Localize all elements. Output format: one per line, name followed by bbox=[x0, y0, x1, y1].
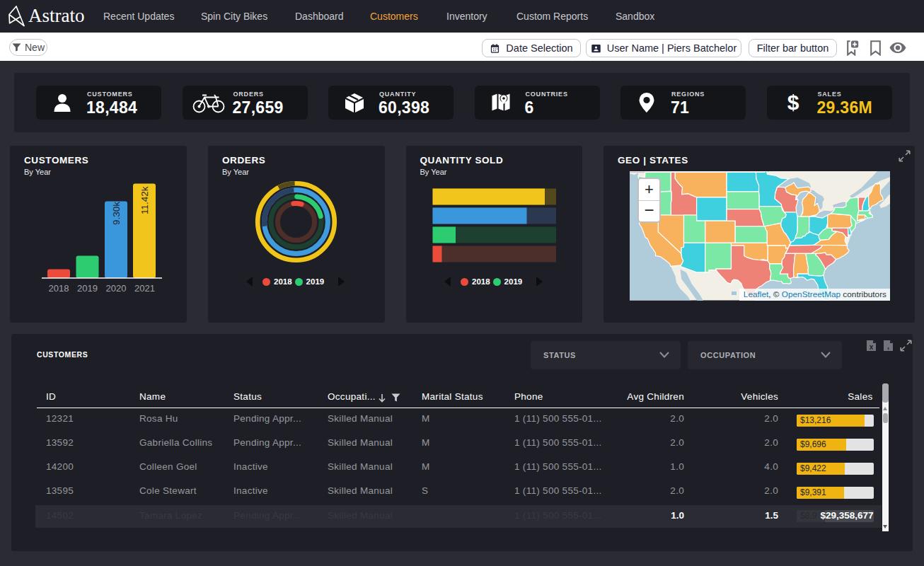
svg-text:2019: 2019 bbox=[77, 283, 98, 294]
svg-text:x: x bbox=[870, 343, 874, 351]
svg-text:$: $ bbox=[787, 91, 799, 114]
svg-text:11.42k: 11.42k bbox=[139, 186, 150, 214]
svg-text:,: , bbox=[887, 342, 889, 350]
svg-text:9.30k: 9.30k bbox=[111, 202, 122, 225]
svg-text:2018: 2018 bbox=[49, 283, 69, 294]
svg-text:2021: 2021 bbox=[134, 283, 155, 294]
svg-text:2020: 2020 bbox=[106, 283, 127, 294]
